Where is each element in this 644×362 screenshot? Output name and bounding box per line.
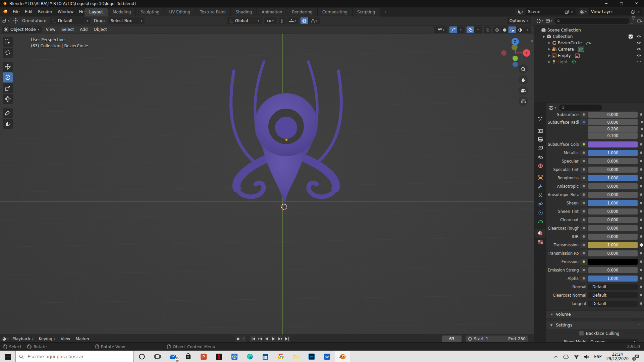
animate-decorator-icon[interactable] — [641, 128, 643, 130]
language-indicator[interactable]: ESP — [594, 354, 601, 359]
animate-decorator-icon[interactable] — [640, 177, 642, 179]
taskbar-app-chrome[interactable] — [273, 351, 288, 362]
prop-slider[interactable]: 0.000 — [588, 167, 638, 173]
collection-checkbox-icon[interactable] — [628, 34, 633, 39]
zoom-icon[interactable] — [519, 64, 528, 74]
animate-decorator-icon[interactable] — [640, 160, 642, 162]
decorator-button[interactable] — [580, 112, 587, 118]
falloff-icon[interactable]: ▾ — [308, 17, 320, 24]
animate-decorator-icon[interactable] — [641, 121, 643, 123]
start-button[interactable] — [0, 351, 15, 362]
gizmo-neg-y-axis[interactable] — [513, 56, 518, 61]
animate-decorator-icon[interactable] — [639, 243, 644, 247]
outliner-item-scene-collection[interactable]: Scene Collection — [534, 27, 644, 33]
camera-view-icon[interactable] — [519, 86, 528, 95]
prop-link-field[interactable]: Default — [588, 292, 638, 298]
select-box-tool[interactable] — [3, 37, 13, 47]
orientation-dropdown[interactable]: Default ▾ — [50, 17, 91, 24]
properties-tab-scene[interactable] — [535, 153, 545, 161]
blender-menu-icon[interactable] — [2, 9, 8, 14]
taskbar-app-file-explorer[interactable] — [288, 351, 304, 362]
prop-slider[interactable]: 0.000 — [588, 208, 638, 215]
timeline-menu-view[interactable]: View — [58, 336, 73, 342]
eye-closed-icon[interactable] — [636, 60, 641, 63]
properties-tab-particles[interactable] — [535, 191, 545, 199]
tab-rendering[interactable]: Rendering — [287, 8, 317, 16]
outliner-filter-icon[interactable]: ▾ — [631, 16, 636, 25]
prop-color-swatch[interactable] — [588, 141, 638, 147]
timeline-menu-playback[interactable]: Playback▾ — [10, 336, 36, 342]
navigation-gizmo[interactable]: Z X — [500, 36, 531, 67]
selectability-visibility-button[interactable]: ▾ — [434, 26, 447, 33]
xray-toggle-button[interactable] — [484, 26, 491, 33]
eye-icon[interactable] — [636, 47, 641, 51]
properties-tab-render[interactable] — [535, 126, 545, 135]
auto-key-record-button[interactable] — [235, 336, 241, 342]
3d-viewport[interactable]: User Perspective (63) Collection | Bezie… — [0, 34, 534, 335]
properties-search-input[interactable] — [567, 105, 600, 110]
properties-tab-object-data[interactable] — [535, 217, 545, 226]
tab-texture-paint[interactable]: Texture Paint — [195, 8, 231, 16]
outliner-item-camera[interactable]: Camera — [534, 46, 644, 52]
properties-tab-texture[interactable] — [535, 238, 545, 246]
decorator-button[interactable] — [580, 234, 587, 240]
shading-dropdown-caret[interactable]: ▾ — [524, 26, 531, 33]
perspective-toggle-icon[interactable] — [519, 97, 528, 106]
use-preview-range-icon[interactable] — [468, 337, 472, 341]
annotate-tool[interactable] — [3, 108, 13, 118]
maximize-button[interactable]: ▢ — [614, 0, 629, 7]
taskbar-app-task-view[interactable] — [150, 351, 165, 362]
mode-dropdown[interactable]: Object Mode ▾ — [2, 26, 42, 33]
outliner-search[interactable] — [554, 18, 630, 24]
decorator-button[interactable] — [580, 242, 587, 248]
decorator-button[interactable] — [580, 217, 587, 223]
taskbar-app-store[interactable] — [180, 351, 196, 362]
taskbar-app-mail[interactable]: 1 — [165, 351, 180, 362]
menu-edit[interactable]: Edit — [22, 7, 35, 16]
decorator-button[interactable] — [580, 208, 587, 215]
prop-slider[interactable]: 1.000 — [588, 200, 638, 206]
rotate-tool[interactable] — [3, 72, 13, 82]
prop-slider[interactable]: 0.000 — [588, 217, 638, 223]
timeline-editor-type-button[interactable]: ▾ — [2, 336, 9, 342]
properties-tab-material[interactable] — [535, 229, 545, 238]
sidebar-collapse-arrow[interactable]: < — [530, 39, 533, 43]
prop-slider[interactable]: 0.000 — [588, 192, 638, 198]
tray-chevron-icon[interactable] — [554, 355, 558, 358]
tab-uv-editing[interactable]: UV Editing — [164, 8, 195, 16]
close-button[interactable]: ✕ — [629, 0, 644, 7]
measure-tool[interactable] — [3, 119, 13, 129]
outliner-editor-type-button[interactable]: ▾ — [536, 17, 544, 24]
material-preview-shading-button[interactable] — [508, 26, 516, 33]
jump-to-start-button[interactable] — [250, 336, 257, 342]
pan-hand-icon[interactable] — [519, 75, 528, 84]
volume-panel-header[interactable]: Volume:::: — [546, 310, 644, 318]
gizmo-dropdown-caret[interactable]: ▾ — [457, 26, 465, 33]
animate-decorator-icon[interactable] — [640, 168, 642, 171]
expander-icon[interactable] — [542, 35, 546, 39]
expander-icon[interactable] — [547, 47, 552, 51]
menu-window[interactable]: Window — [55, 7, 76, 16]
prop-slider[interactable]: 1.000 — [588, 150, 638, 156]
animate-decorator-icon[interactable] — [640, 252, 642, 254]
scene-unlink-icon[interactable]: ✕ — [571, 10, 574, 14]
settings-panel-header[interactable]: Settings:::: — [546, 321, 644, 329]
taskbar-app-edge[interactable] — [242, 351, 258, 362]
scene-copy-icon[interactable] — [565, 10, 569, 14]
decorator-button[interactable] — [580, 119, 587, 125]
notification-center-icon[interactable]: 1 — [633, 353, 641, 360]
viewport-menu-object[interactable]: Object — [91, 26, 110, 33]
animate-decorator-icon[interactable] — [640, 185, 642, 187]
animate-decorator-icon[interactable] — [640, 235, 642, 238]
scene-name-field[interactable]: Scene ✕ — [526, 8, 576, 15]
properties-tab-world[interactable] — [535, 161, 545, 170]
properties-tab-modifiers[interactable] — [535, 182, 545, 191]
prop-slider[interactable]: 0.000 — [588, 183, 638, 189]
scene-browse-button[interactable]: ▾ — [515, 8, 525, 15]
eye-icon[interactable] — [636, 54, 641, 57]
prop-link-field[interactable]: Default — [588, 284, 638, 290]
taskbar-app-cortana[interactable] — [134, 351, 150, 362]
taskbar-search-input[interactable] — [27, 354, 130, 360]
prev-keyframe-button[interactable] — [257, 336, 263, 342]
prop-slider[interactable]: 0.000 — [588, 267, 638, 273]
